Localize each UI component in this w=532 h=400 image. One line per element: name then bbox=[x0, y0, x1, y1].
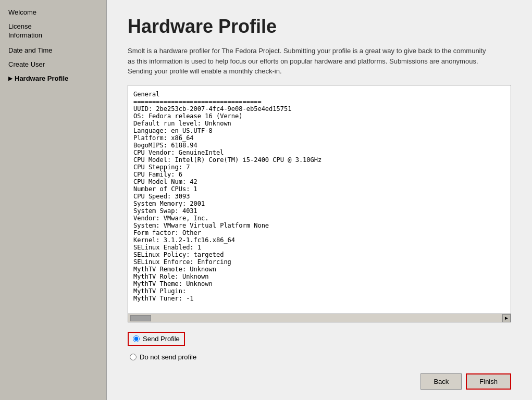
sidebar-item-license-label: LicenseInformation bbox=[8, 22, 42, 40]
description-text: Smolt is a hardware profiler for The Fed… bbox=[128, 46, 492, 77]
hscroll-right-arrow[interactable]: ► bbox=[502, 314, 511, 322]
do-not-send-radio[interactable] bbox=[130, 354, 137, 360]
sidebar-item-date-label: Date and Time bbox=[8, 46, 53, 54]
horizontal-scrollbar[interactable]: ► bbox=[128, 314, 511, 322]
sidebar-item-create-user-label: Create User bbox=[8, 60, 45, 68]
sidebar-item-create-user[interactable]: Create User bbox=[0, 57, 106, 71]
sidebar-item-welcome[interactable]: Welcome bbox=[0, 5, 106, 19]
main-content: Hardware Profile Smolt is a hardware pro… bbox=[107, 0, 532, 400]
sidebar-item-welcome-label: Welcome bbox=[8, 8, 36, 16]
back-button[interactable]: Back bbox=[420, 373, 462, 390]
sidebar-item-date-and-time[interactable]: Date and Time bbox=[0, 43, 106, 57]
page-title: Hardware Profile bbox=[128, 16, 511, 38]
bottom-bar: Back Finish bbox=[128, 368, 511, 390]
sidebar: Welcome LicenseInformation Date and Time… bbox=[0, 0, 107, 400]
hscroll-thumb[interactable] bbox=[130, 315, 151, 321]
arrow-icon: ▶ bbox=[8, 76, 13, 81]
sidebar-item-hardware-profile[interactable]: ▶ Hardware Profile bbox=[0, 71, 106, 85]
send-profile-radio[interactable] bbox=[133, 335, 140, 342]
radio-section: Send Profile Do not send profile bbox=[128, 332, 511, 364]
send-profile-option[interactable]: Send Profile bbox=[128, 332, 185, 346]
finish-button[interactable]: Finish bbox=[466, 373, 511, 390]
sidebar-item-license-information[interactable]: LicenseInformation bbox=[0, 19, 106, 43]
profile-textarea[interactable] bbox=[128, 85, 511, 314]
do-not-send-label[interactable]: Do not send profile bbox=[140, 353, 196, 361]
send-profile-label[interactable]: Send Profile bbox=[143, 335, 180, 343]
profile-box-container: ► bbox=[128, 85, 511, 323]
do-not-send-option[interactable]: Do not send profile bbox=[130, 353, 511, 361]
sidebar-item-hardware-profile-label: Hardware Profile bbox=[15, 74, 68, 82]
